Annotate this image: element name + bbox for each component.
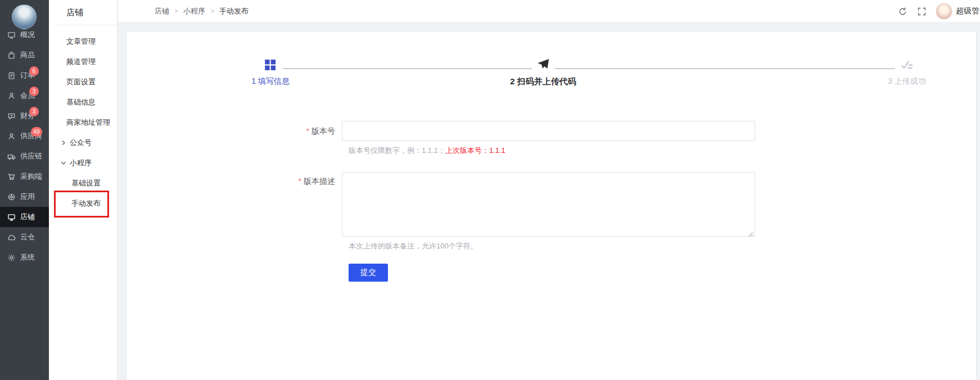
sidebar-item-label: 商品 [20, 50, 35, 60]
apps-icon [7, 193, 16, 201]
submenu-item-page-settings[interactable]: 页面设置 [49, 72, 117, 92]
content-card: 1 填写信息 2 扫码并上传代码 3 上传成功 [127, 32, 977, 380]
submenu-item-label: 页面设置 [66, 78, 96, 86]
sidebar-item-apps[interactable]: 应用 [0, 187, 49, 207]
bag-icon [7, 51, 16, 60]
version-row: *版本号 [127, 121, 976, 141]
sidebar-item-cloud-warehouse[interactable]: 云仓 [0, 227, 49, 247]
breadcrumb: 店铺 > 小程序 > 手动发布 [118, 6, 249, 16]
submenu-item-basic-info[interactable]: 基础信息 [49, 92, 117, 112]
sidebar-item-goods[interactable]: 商品 [0, 45, 49, 65]
sidebar-item-label: 供应链 [20, 151, 42, 161]
chevron-right-icon [61, 140, 66, 146]
step-label: 1 填写信息 [251, 76, 290, 87]
required-mark: * [299, 177, 301, 186]
sidebar-item-shop[interactable]: 店铺 [0, 207, 49, 227]
submenu-group-mini-program[interactable]: 小程序 [49, 153, 117, 173]
textarea-wrap [342, 172, 755, 237]
step-connector [283, 68, 532, 69]
submenu-nav: 文章管理 频道管理 页面设置 基础信息 商家地址管理 公众号 小程序 基础设置 … [49, 25, 117, 214]
submenu-item-label: 手动发布 [71, 199, 101, 207]
content-background: 1 填写信息 2 扫码并上传代码 3 上传成功 [118, 22, 980, 380]
sidebar-item-finance[interactable]: 财务 3 [0, 106, 49, 126]
submenu-item-label: 公众号 [70, 133, 92, 153]
primary-nav: 概况 商品 订单 6 会员 3 财务 3 供应商 49 供应链 [0, 25, 49, 268]
breadcrumb-separator-icon: > [210, 7, 214, 15]
submit-button[interactable]: 提交 [349, 264, 388, 282]
breadcrumb-item-manual-publish: 手动发布 [219, 6, 249, 16]
submenu-item-merchant-address[interactable]: 商家地址管理 [49, 112, 117, 133]
user-name[interactable]: 超级管 [956, 6, 980, 16]
shop-icon [7, 213, 16, 221]
submenu-item-basic-settings[interactable]: 基础设置 [49, 173, 117, 193]
fullscreen-icon[interactable] [917, 7, 927, 16]
cloud-icon [7, 233, 16, 242]
description-textarea[interactable] [342, 172, 755, 237]
finance-count-badge: 3 [29, 107, 39, 116]
submenu-item-article-management[interactable]: 文章管理 [49, 31, 117, 52]
submenu-title: 店铺 [49, 0, 117, 25]
description-label: *版本描述 [127, 172, 342, 237]
sidebar-item-suppliers[interactable]: 供应商 49 [0, 126, 49, 146]
step-label: 2 扫码并上传代码 [510, 76, 576, 87]
version-hint: 版本号仅限数字，例：1.1.1；上次版本号：1.1.1 [349, 146, 976, 156]
sidebar-item-label: 采购端 [20, 171, 42, 182]
cart-icon [7, 173, 16, 181]
sidebar-item-label: 云仓 [20, 232, 35, 242]
sidebar-item-label: 应用 [20, 192, 35, 202]
description-row: *版本描述 [127, 172, 976, 237]
breadcrumb-item-shop[interactable]: 店铺 [155, 6, 169, 16]
refresh-icon[interactable] [898, 7, 907, 16]
description-hint: 本次上传的版本备注，允许100个字符。 [349, 241, 976, 251]
submenu-item-label: 频道管理 [66, 57, 96, 66]
primary-sidebar: 概况 商品 订单 6 会员 3 财务 3 供应商 49 供应链 [0, 0, 49, 380]
sidebar-item-supply-chain[interactable]: 供应链 [0, 146, 49, 166]
sidebar-item-procurement[interactable]: 采购端 [0, 166, 49, 187]
sidebar-item-label: 概况 [20, 30, 35, 40]
topbar: 店铺 > 小程序 > 手动发布 超级管 [118, 0, 980, 22]
submenu-item-channel-management[interactable]: 频道管理 [49, 52, 117, 72]
submenu-item-label: 商家地址管理 [66, 118, 110, 126]
breadcrumb-item-mini-program[interactable]: 小程序 [183, 6, 205, 16]
step-fill-info: 1 填写信息 [251, 58, 290, 87]
order-icon [7, 71, 16, 80]
finance-icon [7, 112, 16, 120]
paper-plane-icon [510, 58, 576, 71]
user-avatar[interactable] [936, 3, 952, 20]
chevron-down-icon [61, 160, 66, 166]
check-list-icon [888, 58, 926, 71]
step-upload-success: 3 上传成功 [888, 58, 926, 87]
member-icon [7, 92, 16, 100]
members-count-badge: 3 [29, 87, 39, 96]
truck-icon [7, 152, 16, 161]
sidebar-item-members[interactable]: 会员 3 [0, 85, 49, 106]
step-scan-upload: 2 扫码并上传代码 [510, 58, 576, 87]
sidebar-item-label: 系统 [20, 252, 35, 263]
version-label: *版本号 [127, 121, 342, 141]
suppliers-count-badge: 49 [31, 127, 42, 137]
submenu-group-official-account[interactable]: 公众号 [49, 133, 117, 153]
breadcrumb-separator-icon: > [174, 7, 178, 15]
submenu-item-label: 文章管理 [66, 37, 96, 46]
step-connector [555, 68, 895, 69]
gear-icon [7, 254, 16, 262]
submenu-item-label: 基础设置 [71, 179, 101, 187]
submenu-item-manual-publish[interactable]: 手动发布 [49, 193, 117, 214]
supplier-icon [7, 132, 16, 141]
monitor-icon [7, 31, 16, 39]
sidebar-item-system[interactable]: 系统 [0, 247, 49, 268]
version-input[interactable] [342, 121, 755, 141]
orders-count-badge: 6 [29, 66, 39, 76]
sidebar-item-label: 店铺 [20, 212, 35, 222]
manual-publish-form: *版本号 版本号仅限数字，例：1.1.1；上次版本号：1.1.1 *版本描述 [127, 121, 976, 282]
submenu-item-label: 基础信息 [66, 98, 96, 106]
sidebar-item-orders[interactable]: 订单 6 [0, 65, 49, 85]
required-mark: * [306, 126, 309, 135]
last-version-hint: 上次版本号：1.1.1 [445, 146, 505, 155]
publish-stepper: 1 填写信息 2 扫码并上传代码 3 上传成功 [127, 58, 976, 112]
sidebar-item-overview[interactable]: 概况 [0, 25, 49, 45]
submenu-item-label: 小程序 [70, 153, 92, 173]
main-region: 店铺 > 小程序 > 手动发布 超级管 1 填写信息 [118, 0, 980, 380]
secondary-sidebar: 店铺 文章管理 频道管理 页面设置 基础信息 商家地址管理 公众号 小程序 基础… [49, 0, 118, 380]
grid-icon [251, 58, 290, 71]
